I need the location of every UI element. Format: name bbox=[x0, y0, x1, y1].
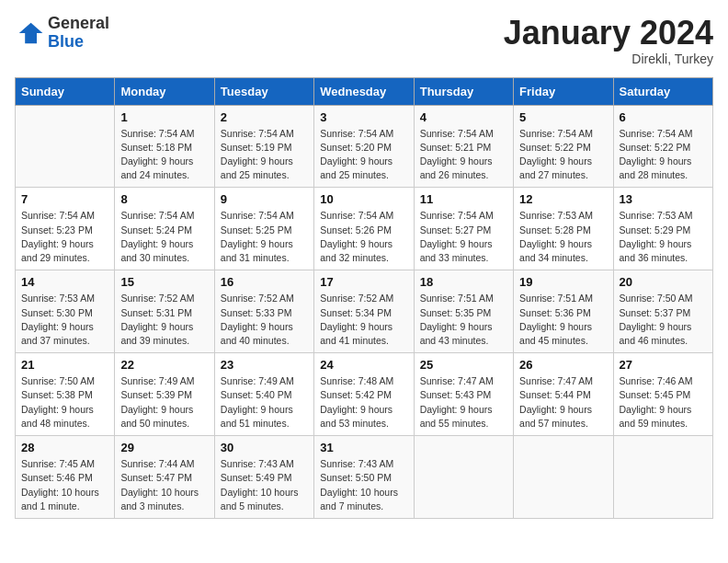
calendar-cell: 8Sunrise: 7:54 AM Sunset: 5:24 PM Daylig… bbox=[115, 188, 214, 270]
week-row-0: 1Sunrise: 7:54 AM Sunset: 5:18 PM Daylig… bbox=[16, 105, 713, 188]
day-header-thursday: Thursday bbox=[414, 77, 513, 105]
day-info: Sunrise: 7:54 AM Sunset: 5:18 PM Dayligh… bbox=[120, 127, 208, 183]
day-info: Sunrise: 7:54 AM Sunset: 5:22 PM Dayligh… bbox=[519, 127, 607, 183]
day-number: 18 bbox=[420, 275, 507, 289]
page-header: General Blue January 2024 Direkli, Turke… bbox=[15, 15, 713, 66]
day-info: Sunrise: 7:54 AM Sunset: 5:20 PM Dayligh… bbox=[320, 127, 407, 183]
calendar-cell bbox=[613, 436, 712, 519]
day-number: 19 bbox=[519, 275, 607, 289]
day-number: 25 bbox=[420, 358, 507, 372]
day-number: 16 bbox=[221, 275, 308, 289]
calendar-cell: 26Sunrise: 7:47 AM Sunset: 5:44 PM Dayli… bbox=[514, 353, 613, 436]
day-number: 5 bbox=[519, 110, 607, 124]
calendar-cell: 7Sunrise: 7:54 AM Sunset: 5:23 PM Daylig… bbox=[16, 188, 115, 270]
calendar-cell: 11Sunrise: 7:54 AM Sunset: 5:27 PM Dayli… bbox=[414, 188, 513, 270]
calendar-table: SundayMondayTuesdayWednesdayThursdayFrid… bbox=[15, 77, 713, 519]
day-number: 24 bbox=[320, 358, 407, 372]
calendar-cell: 20Sunrise: 7:50 AM Sunset: 5:37 PM Dayli… bbox=[613, 270, 712, 353]
day-number: 8 bbox=[120, 192, 208, 206]
day-number: 10 bbox=[320, 192, 407, 206]
day-number: 27 bbox=[620, 358, 707, 372]
day-number: 6 bbox=[620, 110, 707, 124]
day-number: 1 bbox=[120, 110, 208, 124]
calendar-cell: 24Sunrise: 7:48 AM Sunset: 5:42 PM Dayli… bbox=[314, 353, 414, 436]
svg-marker-0 bbox=[19, 23, 43, 43]
day-info: Sunrise: 7:50 AM Sunset: 5:38 PM Dayligh… bbox=[21, 374, 108, 431]
calendar-cell bbox=[16, 105, 115, 188]
calendar-cell: 14Sunrise: 7:53 AM Sunset: 5:30 PM Dayli… bbox=[16, 270, 115, 353]
calendar-cell: 12Sunrise: 7:53 AM Sunset: 5:28 PM Dayli… bbox=[514, 188, 613, 270]
calendar-cell: 5Sunrise: 7:54 AM Sunset: 5:22 PM Daylig… bbox=[514, 105, 613, 188]
day-info: Sunrise: 7:54 AM Sunset: 5:21 PM Dayligh… bbox=[420, 127, 507, 183]
day-info: Sunrise: 7:50 AM Sunset: 5:37 PM Dayligh… bbox=[620, 292, 707, 348]
day-number: 12 bbox=[519, 192, 607, 206]
day-info: Sunrise: 7:54 AM Sunset: 5:24 PM Dayligh… bbox=[120, 209, 208, 265]
day-number: 31 bbox=[320, 441, 407, 454]
calendar-cell: 31Sunrise: 7:43 AM Sunset: 5:50 PM Dayli… bbox=[314, 436, 414, 519]
calendar-cell: 19Sunrise: 7:51 AM Sunset: 5:36 PM Dayli… bbox=[514, 270, 613, 353]
day-number: 29 bbox=[120, 441, 208, 454]
calendar-cell: 21Sunrise: 7:50 AM Sunset: 5:38 PM Dayli… bbox=[16, 353, 115, 436]
day-number: 23 bbox=[221, 358, 308, 372]
day-number: 26 bbox=[519, 358, 607, 372]
day-number: 30 bbox=[221, 441, 308, 454]
day-info: Sunrise: 7:53 AM Sunset: 5:29 PM Dayligh… bbox=[620, 209, 707, 265]
calendar-cell bbox=[514, 436, 613, 519]
logo-text: General Blue bbox=[48, 15, 109, 52]
header-row: SundayMondayTuesdayWednesdayThursdayFrid… bbox=[16, 77, 713, 105]
day-info: Sunrise: 7:53 AM Sunset: 5:30 PM Dayligh… bbox=[21, 292, 108, 348]
day-info: Sunrise: 7:54 AM Sunset: 5:23 PM Dayligh… bbox=[21, 209, 108, 265]
day-number: 2 bbox=[221, 110, 308, 124]
day-header-wednesday: Wednesday bbox=[314, 77, 414, 105]
day-info: Sunrise: 7:44 AM Sunset: 5:47 PM Dayligh… bbox=[120, 457, 208, 513]
day-info: Sunrise: 7:49 AM Sunset: 5:39 PM Dayligh… bbox=[120, 374, 208, 431]
day-number: 20 bbox=[620, 275, 707, 289]
day-info: Sunrise: 7:51 AM Sunset: 5:36 PM Dayligh… bbox=[519, 292, 607, 348]
day-info: Sunrise: 7:43 AM Sunset: 5:49 PM Dayligh… bbox=[221, 457, 308, 513]
week-row-2: 14Sunrise: 7:53 AM Sunset: 5:30 PM Dayli… bbox=[16, 270, 713, 353]
calendar-cell: 4Sunrise: 7:54 AM Sunset: 5:21 PM Daylig… bbox=[414, 105, 513, 188]
day-info: Sunrise: 7:52 AM Sunset: 5:31 PM Dayligh… bbox=[120, 292, 208, 348]
day-header-friday: Friday bbox=[514, 77, 613, 105]
day-info: Sunrise: 7:47 AM Sunset: 5:43 PM Dayligh… bbox=[420, 374, 507, 431]
day-info: Sunrise: 7:54 AM Sunset: 5:26 PM Dayligh… bbox=[320, 209, 407, 265]
day-number: 4 bbox=[420, 110, 507, 124]
calendar-header: SundayMondayTuesdayWednesdayThursdayFrid… bbox=[16, 77, 713, 105]
calendar-cell: 3Sunrise: 7:54 AM Sunset: 5:20 PM Daylig… bbox=[314, 105, 414, 188]
calendar-cell: 2Sunrise: 7:54 AM Sunset: 5:19 PM Daylig… bbox=[214, 105, 313, 188]
calendar-cell: 16Sunrise: 7:52 AM Sunset: 5:33 PM Dayli… bbox=[214, 270, 313, 353]
calendar-cell: 30Sunrise: 7:43 AM Sunset: 5:49 PM Dayli… bbox=[214, 436, 313, 519]
calendar-cell: 23Sunrise: 7:49 AM Sunset: 5:40 PM Dayli… bbox=[214, 353, 313, 436]
day-number: 13 bbox=[620, 192, 707, 206]
day-info: Sunrise: 7:52 AM Sunset: 5:33 PM Dayligh… bbox=[221, 292, 308, 348]
logo-icon bbox=[15, 18, 44, 48]
calendar-cell: 27Sunrise: 7:46 AM Sunset: 5:45 PM Dayli… bbox=[613, 353, 712, 436]
day-number: 9 bbox=[221, 192, 308, 206]
calendar-cell: 15Sunrise: 7:52 AM Sunset: 5:31 PM Dayli… bbox=[115, 270, 214, 353]
week-row-4: 28Sunrise: 7:45 AM Sunset: 5:46 PM Dayli… bbox=[16, 436, 713, 519]
day-info: Sunrise: 7:54 AM Sunset: 5:19 PM Dayligh… bbox=[221, 127, 308, 183]
day-info: Sunrise: 7:54 AM Sunset: 5:25 PM Dayligh… bbox=[221, 209, 308, 265]
day-info: Sunrise: 7:46 AM Sunset: 5:45 PM Dayligh… bbox=[620, 374, 707, 431]
day-info: Sunrise: 7:49 AM Sunset: 5:40 PM Dayligh… bbox=[221, 374, 308, 431]
calendar-cell: 6Sunrise: 7:54 AM Sunset: 5:22 PM Daylig… bbox=[613, 105, 712, 188]
day-number: 22 bbox=[120, 358, 208, 372]
month-title: January 2024 bbox=[504, 15, 713, 52]
calendar-body: 1Sunrise: 7:54 AM Sunset: 5:18 PM Daylig… bbox=[16, 105, 713, 518]
day-number: 17 bbox=[320, 275, 407, 289]
week-row-1: 7Sunrise: 7:54 AM Sunset: 5:23 PM Daylig… bbox=[16, 188, 713, 270]
calendar-cell: 22Sunrise: 7:49 AM Sunset: 5:39 PM Dayli… bbox=[115, 353, 214, 436]
calendar-cell: 17Sunrise: 7:52 AM Sunset: 5:34 PM Dayli… bbox=[314, 270, 414, 353]
day-number: 14 bbox=[21, 275, 108, 289]
day-number: 15 bbox=[120, 275, 208, 289]
day-info: Sunrise: 7:53 AM Sunset: 5:28 PM Dayligh… bbox=[519, 209, 607, 265]
calendar-cell: 28Sunrise: 7:45 AM Sunset: 5:46 PM Dayli… bbox=[16, 436, 115, 519]
calendar-cell: 13Sunrise: 7:53 AM Sunset: 5:29 PM Dayli… bbox=[613, 188, 712, 270]
day-header-tuesday: Tuesday bbox=[214, 77, 313, 105]
day-info: Sunrise: 7:48 AM Sunset: 5:42 PM Dayligh… bbox=[320, 374, 407, 431]
calendar-cell: 10Sunrise: 7:54 AM Sunset: 5:26 PM Dayli… bbox=[314, 188, 414, 270]
day-number: 11 bbox=[420, 192, 507, 206]
calendar-cell bbox=[414, 436, 513, 519]
calendar-cell: 18Sunrise: 7:51 AM Sunset: 5:35 PM Dayli… bbox=[414, 270, 513, 353]
logo: General Blue bbox=[15, 15, 109, 52]
